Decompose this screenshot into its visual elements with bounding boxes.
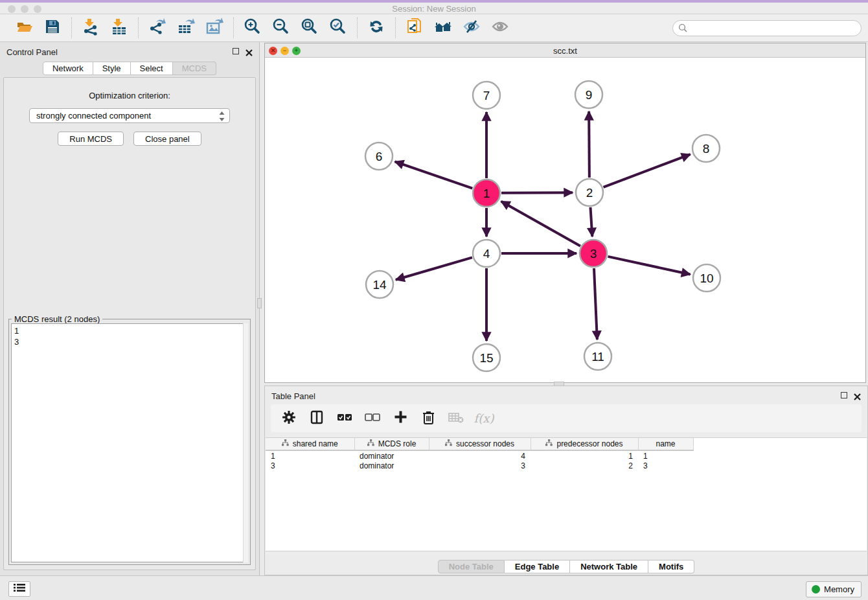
column-header-MCDS-role[interactable]: MCDS role: [354, 438, 429, 450]
eye-slash-icon: [462, 18, 481, 38]
zoom-fit-button[interactable]: [300, 18, 319, 38]
close-panel-button[interactable]: Close panel: [133, 132, 201, 146]
network-graph[interactable]: 1234678910111415: [265, 58, 865, 382]
node-label-14: 14: [372, 278, 387, 292]
mcds-result-fieldset: MCDS result (2 nodes) 1 3: [8, 319, 251, 565]
tab-network-table[interactable]: Network Table: [570, 560, 648, 573]
clone-network-button[interactable]: [405, 18, 424, 38]
home-view-button[interactable]: [433, 18, 453, 38]
save-session-button[interactable]: [43, 18, 62, 38]
column-header-name[interactable]: name: [638, 438, 693, 450]
function-builder-button[interactable]: f(x): [476, 411, 492, 426]
edge-4-14[interactable]: [396, 257, 472, 279]
edge-2-8[interactable]: [604, 154, 691, 187]
zoom-selected-button[interactable]: [328, 18, 348, 38]
export-image-button[interactable]: [205, 18, 224, 38]
float-table-panel-icon[interactable]: [841, 392, 847, 398]
edge-2-9[interactable]: [589, 111, 589, 178]
apply-layout-button[interactable]: [367, 18, 386, 38]
export-network-button[interactable]: [148, 18, 167, 38]
delete-table-icon: [448, 411, 464, 426]
deselect-all-button[interactable]: [365, 411, 380, 426]
eye-icon: [490, 18, 510, 38]
vertical-splitter-handle[interactable]: [257, 298, 262, 308]
cell-successor-nodes[interactable]: 4: [429, 450, 531, 461]
edge-1-2[interactable]: [501, 192, 573, 193]
edge-3-1[interactable]: [501, 202, 580, 246]
node-table-container: shared nameMCDS rolesuccessor nodesprede…: [266, 437, 867, 551]
export-network-icon: [148, 17, 166, 38]
import-network-button[interactable]: [81, 18, 100, 38]
cell-successor-nodes[interactable]: 3: [429, 461, 531, 471]
column-label: shared name: [293, 439, 338, 448]
delete-table-button[interactable]: [448, 411, 464, 426]
zoom-out-button[interactable]: [271, 18, 291, 38]
optimization-criterion-select[interactable]: strongly connected component: [29, 108, 230, 123]
cell-shared-name[interactable]: 3: [266, 461, 354, 471]
control-panel: Control Panel NetworkStyleSelectMCDS Opt…: [0, 42, 260, 575]
cell-name[interactable]: 3: [638, 461, 693, 471]
table-panel-title: Table Panel: [271, 391, 315, 401]
tab-mcds[interactable]: MCDS: [173, 62, 216, 75]
zoom-in-button[interactable]: [243, 18, 262, 38]
add-column-button[interactable]: [393, 411, 408, 426]
cell-name[interactable]: 1: [638, 450, 693, 461]
cell-MCDS-role[interactable]: dominator: [354, 461, 429, 471]
columns-icon: [310, 410, 323, 427]
zoom-fit-icon: [301, 17, 319, 38]
network-view-window: ✕ − + scc.txt 1234678910111415: [264, 43, 866, 383]
close-panel-icon[interactable]: [246, 47, 253, 54]
result-scrollbar[interactable]: [243, 323, 248, 562]
table-row[interactable]: 3dominator323: [266, 461, 693, 471]
run-mcds-button[interactable]: Run MCDS: [58, 132, 124, 146]
edge-3-11[interactable]: [594, 268, 597, 340]
column-label: MCDS role: [378, 439, 417, 448]
column-label: successor nodes: [456, 439, 514, 448]
optimization-criterion-value: strongly connected component: [36, 111, 151, 121]
task-history-button[interactable]: [8, 581, 30, 597]
search-input[interactable]: [672, 20, 862, 36]
mcds-result-list[interactable]: 1 3: [11, 323, 248, 562]
node-table: shared nameMCDS rolesuccessor nodesprede…: [266, 438, 694, 471]
zoom-out-icon: [272, 17, 290, 38]
close-table-panel-icon[interactable]: [854, 391, 861, 398]
edge-3-10[interactable]: [608, 257, 690, 275]
node-label-2: 2: [586, 186, 593, 200]
tab-style[interactable]: Style: [93, 62, 131, 75]
memory-button[interactable]: Memory: [806, 581, 862, 597]
import-table-button[interactable]: [109, 18, 129, 38]
tab-node-table[interactable]: Node Table: [438, 560, 505, 573]
show-graphics-button[interactable]: [490, 18, 510, 38]
column-header-shared-name[interactable]: shared name: [266, 438, 354, 450]
node-label-6: 6: [376, 150, 383, 163]
cell-shared-name[interactable]: 1: [266, 450, 354, 461]
zoom-selected-icon: [329, 17, 347, 38]
column-label: predecessor nodes: [556, 439, 622, 448]
select-all-button[interactable]: [337, 411, 352, 426]
open-session-button[interactable]: [14, 18, 34, 38]
memory-status-icon: [812, 585, 820, 594]
cell-predecessor-nodes[interactable]: 2: [531, 461, 638, 471]
export-table-icon: [177, 17, 195, 38]
session-title: Session: New Session: [0, 4, 868, 14]
tab-edge-table[interactable]: Edge Table: [505, 560, 570, 573]
hide-graphics-button[interactable]: [462, 18, 481, 38]
column-header-predecessor-nodes[interactable]: predecessor nodes: [531, 438, 638, 450]
tab-network[interactable]: Network: [43, 62, 93, 75]
cell-MCDS-role[interactable]: dominator: [354, 450, 429, 461]
hierarchy-icon: [367, 439, 374, 448]
edge-2-3[interactable]: [590, 207, 592, 237]
show-columns-button[interactable]: [309, 411, 325, 426]
cell-predecessor-nodes[interactable]: 1: [531, 450, 638, 461]
table-options-button[interactable]: [281, 411, 297, 426]
edge-1-6[interactable]: [395, 161, 473, 188]
float-panel-icon[interactable]: [233, 48, 239, 54]
delete-column-button[interactable]: [420, 411, 436, 426]
memory-label: Memory: [824, 584, 854, 594]
tab-motifs[interactable]: Motifs: [648, 560, 694, 573]
table-row[interactable]: 1dominator411: [266, 450, 693, 461]
export-table-button[interactable]: [176, 18, 196, 38]
tab-select[interactable]: Select: [131, 62, 173, 75]
select-stepper-icon: [219, 111, 225, 125]
column-header-successor-nodes[interactable]: successor nodes: [429, 438, 531, 450]
